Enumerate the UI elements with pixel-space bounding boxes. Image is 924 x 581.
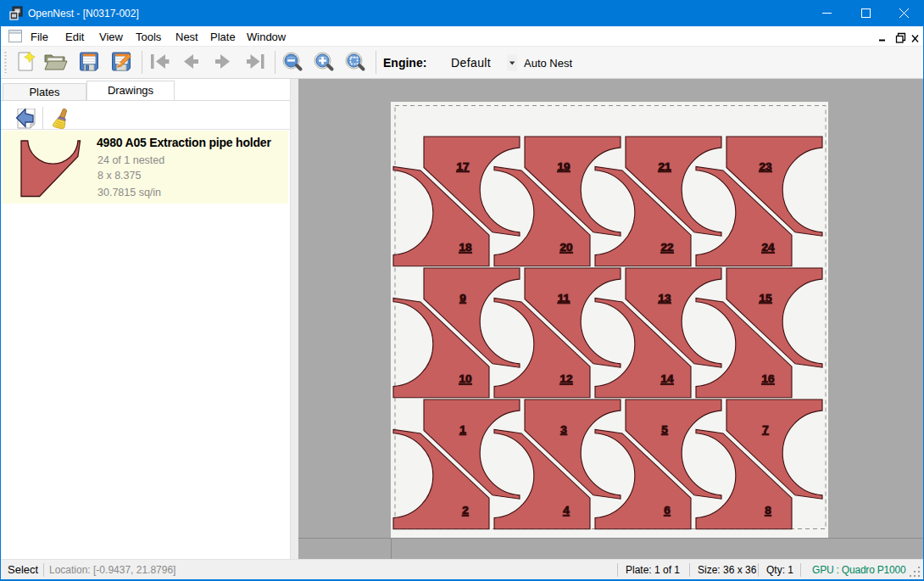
svg-text:19: 19 [557,160,570,173]
svg-text:16: 16 [761,372,775,385]
svg-text:6: 6 [664,504,671,517]
svg-text:21: 21 [658,160,671,173]
svg-text:9: 9 [459,292,466,304]
svg-text:17: 17 [456,160,469,173]
svg-text:11: 11 [558,292,571,304]
svg-text:20: 20 [559,241,572,254]
svg-text:7: 7 [762,423,769,436]
svg-text:1: 1 [459,423,466,436]
svg-text:2: 2 [462,504,469,517]
svg-text:22: 22 [660,241,673,254]
svg-text:14: 14 [660,372,674,385]
svg-text:12: 12 [559,372,572,385]
svg-text:13: 13 [658,292,671,304]
svg-text:18: 18 [459,241,472,254]
svg-text:3: 3 [560,423,567,436]
svg-text:23: 23 [759,160,772,173]
svg-text:15: 15 [759,292,772,304]
svg-text:10: 10 [459,372,471,385]
svg-text:8: 8 [765,504,771,517]
svg-text:4: 4 [563,504,570,517]
svg-text:5: 5 [661,423,668,436]
svg-text:24: 24 [761,241,775,254]
